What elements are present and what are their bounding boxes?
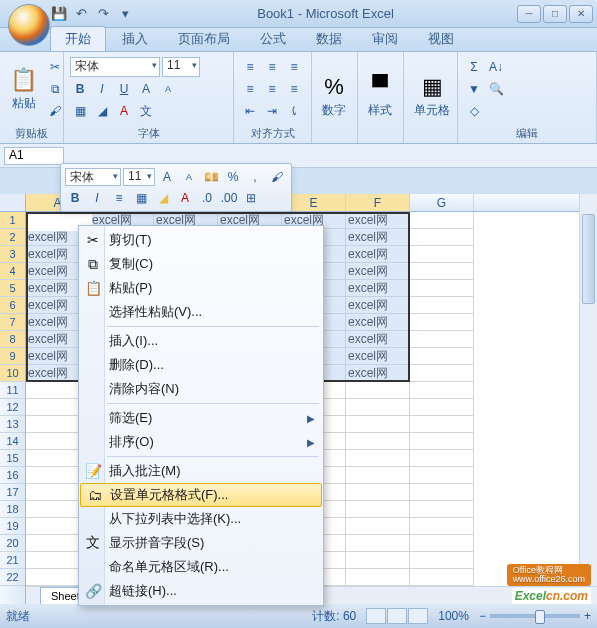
ctx-format-cells[interactable]: 🗂设置单元格格式(F)... (80, 483, 322, 507)
font-size-combo[interactable]: 11 (162, 57, 200, 77)
tab-insert[interactable]: 插入 (108, 27, 162, 51)
mini-font-combo[interactable]: 宋体 (65, 168, 121, 186)
cell[interactable]: excel网 (346, 365, 410, 382)
autosum-button[interactable]: Σ (464, 57, 484, 77)
align-center-icon[interactable]: ≡ (262, 79, 282, 99)
cell[interactable] (410, 263, 474, 280)
close-button[interactable]: ✕ (569, 5, 593, 23)
cell[interactable] (346, 416, 410, 433)
row-header[interactable]: 4 (0, 263, 25, 280)
mini-percent-icon[interactable]: % (223, 167, 243, 187)
cell[interactable] (410, 450, 474, 467)
mini-comma-icon[interactable]: , (245, 167, 265, 187)
cell[interactable] (410, 569, 474, 586)
ctx-clear[interactable]: 清除内容(N) (79, 377, 323, 401)
cell[interactable] (346, 518, 410, 535)
row-header[interactable]: 18 (0, 501, 25, 518)
row-header[interactable]: 7 (0, 314, 25, 331)
cut-icon[interactable]: ✂ (45, 57, 65, 77)
qat-dropdown-icon[interactable]: ▾ (116, 5, 134, 23)
border-button[interactable]: ▦ (70, 101, 90, 121)
row-header[interactable]: 1 (0, 212, 25, 229)
tab-view[interactable]: 视图 (414, 27, 468, 51)
cell[interactable] (410, 297, 474, 314)
tab-data[interactable]: 数据 (302, 27, 356, 51)
cell[interactable] (346, 569, 410, 586)
mini-grow-font[interactable]: A (157, 167, 177, 187)
col-header[interactable]: G (410, 194, 474, 211)
tab-review[interactable]: 审阅 (358, 27, 412, 51)
cell[interactable] (410, 535, 474, 552)
cell[interactable] (346, 382, 410, 399)
tab-layout[interactable]: 页面布局 (164, 27, 244, 51)
row-header[interactable]: 9 (0, 348, 25, 365)
ctx-paste[interactable]: 📋粘贴(P) (79, 276, 323, 300)
format-painter-icon[interactable]: 🖌 (45, 101, 65, 121)
cell[interactable] (410, 348, 474, 365)
cell[interactable] (346, 552, 410, 569)
row-header[interactable]: 16 (0, 467, 25, 484)
ctx-phonetic[interactable]: 文显示拼音字段(S) (79, 531, 323, 555)
tab-home[interactable]: 开始 (50, 26, 106, 51)
mini-italic[interactable]: I (87, 188, 107, 208)
row-header[interactable]: 5 (0, 280, 25, 297)
row-header[interactable]: 20 (0, 535, 25, 552)
vertical-scrollbar[interactable] (579, 194, 597, 586)
minimize-button[interactable]: ─ (517, 5, 541, 23)
save-icon[interactable]: 💾 (50, 5, 68, 23)
cell[interactable] (410, 365, 474, 382)
cell[interactable]: excel网 (346, 212, 410, 229)
mini-align[interactable]: ≡ (109, 188, 129, 208)
align-right-icon[interactable]: ≡ (284, 79, 304, 99)
cell[interactable]: excel网 (346, 314, 410, 331)
orientation-icon[interactable]: ⤹ (284, 101, 304, 121)
cell[interactable]: excel网 (346, 229, 410, 246)
indent-dec-icon[interactable]: ⇤ (240, 101, 260, 121)
mini-border[interactable]: ▦ (131, 188, 151, 208)
cell[interactable] (410, 229, 474, 246)
mini-font-color[interactable]: A (175, 188, 195, 208)
cell[interactable]: excel网 (346, 331, 410, 348)
grow-font-button[interactable]: A (136, 79, 156, 99)
cell[interactable] (410, 246, 474, 263)
ctx-dropdown-pick[interactable]: 从下拉列表中选择(K)... (79, 507, 323, 531)
ctx-paste-special[interactable]: 选择性粘贴(V)... (79, 300, 323, 324)
cell[interactable] (346, 467, 410, 484)
mini-fill-color[interactable]: ◢ (153, 188, 173, 208)
align-mid-icon[interactable]: ≡ (262, 57, 282, 77)
mini-inc-decimal[interactable]: .00 (219, 188, 239, 208)
clear-button[interactable]: ◇ (464, 101, 484, 121)
phonetic-button[interactable]: 文 (136, 101, 156, 121)
row-header[interactable]: 10 (0, 365, 25, 382)
cell[interactable] (410, 314, 474, 331)
mini-merge[interactable]: ⊞ (241, 188, 261, 208)
cell[interactable] (410, 484, 474, 501)
fill-button[interactable]: ▼ (464, 79, 484, 99)
cell[interactable] (346, 484, 410, 501)
row-header[interactable]: 2 (0, 229, 25, 246)
zoom-slider[interactable]: −+ (479, 609, 591, 623)
row-header[interactable]: 8 (0, 331, 25, 348)
cell[interactable]: excel网 (346, 297, 410, 314)
ctx-comment[interactable]: 📝插入批注(M) (79, 459, 323, 483)
cell[interactable]: excel网 (346, 246, 410, 263)
ctx-sort[interactable]: 排序(O)▶ (79, 430, 323, 454)
cell[interactable]: excel网 (346, 263, 410, 280)
row-header[interactable]: 22 (0, 569, 25, 586)
cell[interactable] (346, 501, 410, 518)
paste-button[interactable]: 📋粘贴 (6, 65, 41, 114)
cell[interactable] (410, 467, 474, 484)
mini-bold[interactable]: B (65, 188, 85, 208)
redo-icon[interactable]: ↷ (94, 5, 112, 23)
cell[interactable] (410, 280, 474, 297)
align-top-icon[interactable]: ≡ (240, 57, 260, 77)
italic-button[interactable]: I (92, 79, 112, 99)
maximize-button[interactable]: □ (543, 5, 567, 23)
cell[interactable] (410, 382, 474, 399)
mini-shrink-font[interactable]: A (179, 167, 199, 187)
ctx-hyperlink[interactable]: 🔗超链接(H)... (79, 579, 323, 603)
copy-icon[interactable]: ⧉ (45, 79, 65, 99)
cell[interactable] (410, 416, 474, 433)
ctx-name-range[interactable]: 命名单元格区域(R)... (79, 555, 323, 579)
ctx-insert[interactable]: 插入(I)... (79, 329, 323, 353)
